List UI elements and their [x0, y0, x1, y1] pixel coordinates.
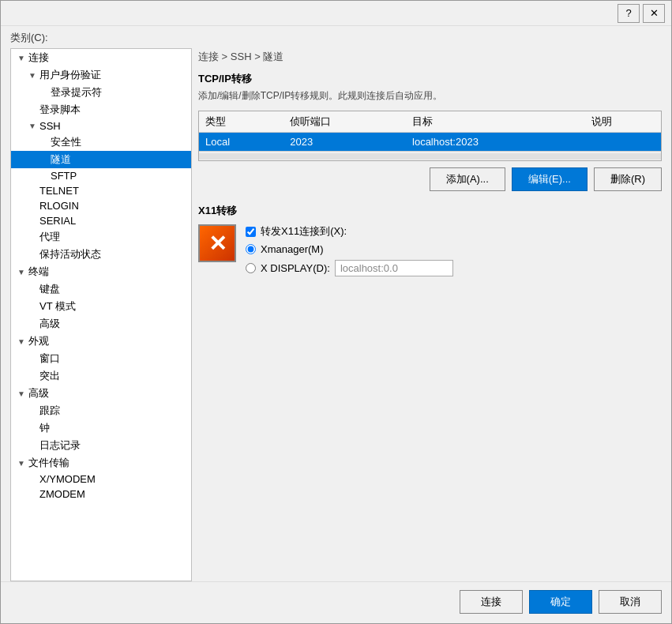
expand-icon-terminal: ▼: [17, 268, 28, 276]
tree-label-window: 窗口: [39, 351, 60, 366]
x11-section: X11转移 转发X11连接到(X): Xmanager(M): [198, 204, 662, 276]
tree-label-appearance: 外观: [28, 334, 49, 348]
tree-label-trace: 跟踪: [39, 404, 60, 418]
tree-label-zmodem: ZMODEM: [39, 488, 85, 500]
x11-title: X11转移: [198, 204, 662, 218]
expand-icon-file-transfer: ▼: [17, 459, 28, 468]
xdisplay-radio-row: X DISPLAY(D):: [246, 260, 453, 276]
tree-item-user-auth[interactable]: ▼ 用户身份验证: [11, 66, 191, 84]
tree-label-keepalive: 保持活动状态: [39, 247, 101, 261]
tree-label-connection: 连接: [28, 51, 49, 65]
add-button[interactable]: 添加(A)...: [430, 167, 505, 191]
help-button[interactable]: ?: [618, 4, 640, 23]
table-scrollbar[interactable]: [199, 151, 661, 160]
tree-label-telnet: TELNET: [39, 185, 79, 197]
tree-label-advanced: 高级: [39, 317, 60, 331]
tree-label-login-prompt: 登录提示符: [51, 85, 102, 100]
col-type: 类型: [199, 111, 283, 133]
tree-label-security: 安全性: [51, 135, 81, 149]
cell-type: Local: [199, 133, 283, 152]
tree-item-advanced2[interactable]: ▼ 高级: [11, 385, 191, 402]
tree-item-appearance[interactable]: ▼ 外观: [11, 333, 191, 350]
main-content: ▼ 连接▼ 用户身份验证登录提示符登录脚本▼ SSH安全性隧道SFTPTELNE…: [1, 48, 671, 581]
xmanager-radio[interactable]: [246, 244, 256, 254]
tree-item-sftp[interactable]: SFTP: [11, 168, 191, 183]
delete-button[interactable]: 删除(R): [594, 167, 662, 191]
tree-label-ssh: SSH: [39, 120, 61, 132]
tree-label-rlogin: RLOGIN: [39, 200, 79, 212]
breadcrumb: 连接 > SSH > 隧道: [198, 48, 662, 64]
expand-icon-appearance: ▼: [17, 337, 28, 346]
col-port: 侦听端口: [283, 111, 406, 133]
tree-item-advanced[interactable]: 高级: [11, 315, 191, 333]
tree-item-login-prompt[interactable]: 登录提示符: [11, 84, 191, 101]
xdisplay-input[interactable]: [335, 260, 453, 276]
tree-item-highlight[interactable]: 突出: [11, 367, 191, 385]
xdisplay-label: X DISPLAY(D):: [261, 262, 330, 274]
expand-icon-ssh: ▼: [28, 122, 39, 130]
title-bar: ? ✕: [1, 1, 671, 26]
xdisplay-radio[interactable]: [246, 263, 256, 273]
tree-item-zmodem[interactable]: ZMODEM: [11, 487, 191, 502]
tunnel-table-container: 类型 侦听端口 目标 说明 Local2023localhost:2023: [198, 111, 662, 161]
tree-item-window[interactable]: 窗口: [11, 350, 191, 367]
cancel-button[interactable]: 取消: [599, 590, 662, 614]
connect-button[interactable]: 连接: [460, 590, 523, 614]
tree-item-log[interactable]: 日志记录: [11, 437, 191, 454]
tree-label-log: 日志记录: [39, 438, 81, 453]
tree-item-tunnel[interactable]: 隧道: [11, 151, 191, 168]
ok-button[interactable]: 确定: [529, 590, 592, 614]
tree-label-sftp: SFTP: [51, 170, 77, 182]
forward-x11-label: 转发X11连接到(X):: [261, 224, 347, 239]
tree-item-keyboard[interactable]: 键盘: [11, 280, 191, 298]
tcp-section-desc: 添加/编辑/删除TCP/IP转移规则。此规则连接后自动应用。: [198, 89, 662, 103]
tree-item-terminal[interactable]: ▼ 终端: [11, 263, 191, 280]
tree-item-vt-mode[interactable]: VT 模式: [11, 298, 191, 315]
tree-label-xymodem: X/YMODEM: [39, 473, 96, 485]
tree-label-proxy: 代理: [39, 230, 60, 244]
table-header-row: 类型 侦听端口 目标 说明: [199, 111, 661, 133]
x11-icon: [198, 224, 236, 262]
table-row[interactable]: Local2023localhost:2023: [199, 133, 661, 152]
tree-item-serial[interactable]: SERIAL: [11, 213, 191, 228]
cell-port: 2023: [283, 133, 406, 152]
tree-panel: ▼ 连接▼ 用户身份验证登录提示符登录脚本▼ SSH安全性隧道SFTPTELNE…: [10, 48, 192, 581]
bottom-bar: 连接 确定 取消: [1, 581, 671, 623]
xmanager-label: Xmanager(M): [261, 243, 323, 255]
forward-x11-checkbox[interactable]: [246, 227, 256, 237]
tree-item-ssh[interactable]: ▼ SSH: [11, 118, 191, 133]
tree-item-file-transfer[interactable]: ▼ 文件传输: [11, 454, 191, 472]
tree-label-clock: 钟: [39, 421, 50, 435]
expand-icon-advanced2: ▼: [17, 389, 28, 398]
edit-button[interactable]: 编辑(E)...: [512, 167, 588, 191]
tree-item-telnet[interactable]: TELNET: [11, 183, 191, 198]
tree-item-trace[interactable]: 跟踪: [11, 402, 191, 419]
close-button[interactable]: ✕: [643, 4, 665, 23]
tree-item-keepalive[interactable]: 保持活动状态: [11, 246, 191, 263]
cell-target: localhost:2023: [406, 133, 585, 152]
tree-item-proxy[interactable]: 代理: [11, 228, 191, 246]
tree-item-clock[interactable]: 钟: [11, 419, 191, 437]
tcp-section-title: TCP/IP转移: [198, 72, 662, 86]
tree-label-user-auth: 用户身份验证: [39, 68, 101, 82]
tree-label-serial: SERIAL: [39, 215, 76, 227]
tree-item-xymodem[interactable]: X/YMODEM: [11, 472, 191, 487]
tree-item-connection[interactable]: ▼ 连接: [11, 49, 191, 66]
main-dialog: ? ✕ 类别(C): ▼ 连接▼ 用户身份验证登录提示符登录脚本▼ SSH安全性…: [0, 0, 672, 624]
xmanager-radio-row: Xmanager(M): [246, 243, 453, 255]
tree-label-terminal: 终端: [28, 265, 49, 279]
scrollbar-track[interactable]: [199, 153, 661, 160]
tree-label-login-script: 登录脚本: [39, 103, 81, 117]
tcp-button-row: 添加(A)... 编辑(E)... 删除(R): [198, 167, 662, 191]
forward-checkbox-row: 转发X11连接到(X):: [246, 224, 453, 239]
tree-item-login-script[interactable]: 登录脚本: [11, 101, 191, 118]
col-target: 目标: [406, 111, 585, 133]
tree-label-keyboard: 键盘: [39, 282, 60, 296]
category-label: 类别(C):: [1, 26, 671, 48]
expand-icon-user-auth: ▼: [28, 71, 39, 80]
tree-item-security[interactable]: 安全性: [11, 133, 191, 151]
tunnel-table: 类型 侦听端口 目标 说明 Local2023localhost:2023: [199, 111, 661, 151]
expand-icon-connection: ▼: [17, 54, 28, 62]
tree-label-advanced2: 高级: [28, 386, 49, 400]
tree-item-rlogin[interactable]: RLOGIN: [11, 198, 191, 213]
